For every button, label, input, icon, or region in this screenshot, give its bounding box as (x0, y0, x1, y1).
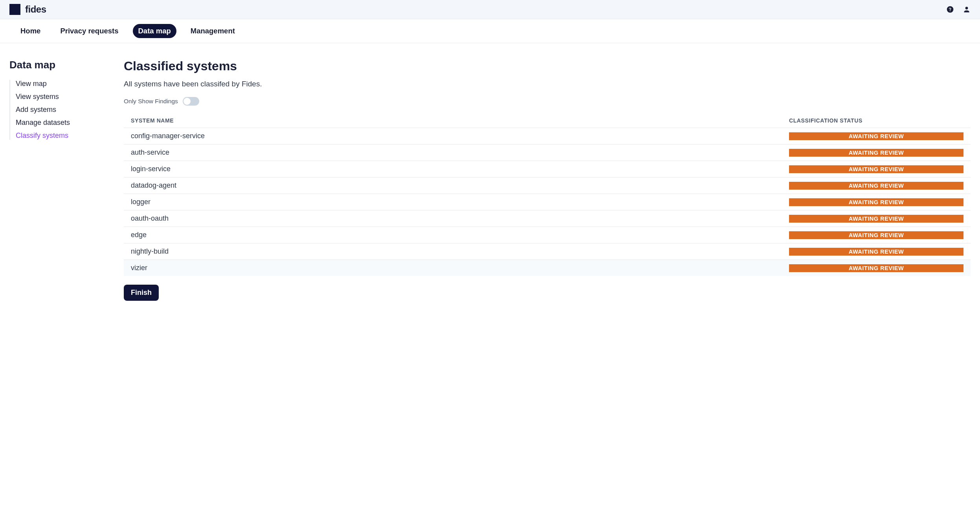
help-icon[interactable] (946, 5, 954, 13)
main: Classified systems All systems have been… (124, 59, 971, 301)
sidebar: Data map View map View systems Add syste… (9, 59, 110, 301)
nav-privacy-requests[interactable]: Privacy requests (55, 24, 124, 38)
only-show-findings-row: Only Show Findings (124, 97, 971, 106)
top-nav: Home Privacy requests Data map Managemen… (0, 19, 980, 43)
sidebar-item-classify-systems[interactable]: Classify systems (16, 132, 110, 140)
topbar-right (946, 5, 971, 13)
sidebar-item-view-map[interactable]: View map (16, 80, 110, 88)
classification-status-cell: AWAITING REVIEW (782, 227, 971, 243)
classification-status-cell: AWAITING REVIEW (782, 210, 971, 227)
nav-management[interactable]: Management (185, 24, 240, 38)
classification-status-cell: AWAITING REVIEW (782, 161, 971, 177)
only-show-findings-label: Only Show Findings (124, 98, 178, 105)
nav-home[interactable]: Home (15, 24, 46, 38)
status-badge: AWAITING REVIEW (789, 149, 963, 157)
system-name-cell: datadog-agent (124, 177, 782, 194)
only-show-findings-toggle[interactable] (183, 97, 199, 106)
page-subtitle: All systems have been classifed by Fides… (124, 80, 971, 88)
brand-name: fides (25, 4, 46, 15)
status-badge: AWAITING REVIEW (789, 165, 963, 173)
system-name-cell: logger (124, 194, 782, 210)
table-row[interactable]: login-serviceAWAITING REVIEW (124, 161, 971, 177)
status-badge: AWAITING REVIEW (789, 264, 963, 272)
sidebar-item-manage-datasets[interactable]: Manage datasets (16, 119, 110, 127)
table-row[interactable]: nightly-buildAWAITING REVIEW (124, 243, 971, 260)
col-header-system-name: SYSTEM NAME (124, 113, 782, 128)
systems-table: SYSTEM NAME CLASSIFICATION STATUS config… (124, 113, 971, 276)
classification-status-cell: AWAITING REVIEW (782, 260, 971, 276)
table-row[interactable]: loggerAWAITING REVIEW (124, 194, 971, 210)
status-badge: AWAITING REVIEW (789, 198, 963, 206)
table-row[interactable]: datadog-agentAWAITING REVIEW (124, 177, 971, 194)
sidebar-item-add-systems[interactable]: Add systems (16, 106, 110, 114)
col-header-classification-status: CLASSIFICATION STATUS (782, 113, 971, 128)
brand-logo (9, 4, 20, 15)
table-row[interactable]: edgeAWAITING REVIEW (124, 227, 971, 243)
layout: Data map View map View systems Add syste… (0, 43, 980, 316)
system-name-cell: oauth-oauth (124, 210, 782, 227)
topbar: fides (0, 0, 980, 19)
classification-status-cell: AWAITING REVIEW (782, 128, 971, 144)
sidebar-item-view-systems[interactable]: View systems (16, 93, 110, 101)
table-row[interactable]: config-manager-serviceAWAITING REVIEW (124, 128, 971, 144)
classification-status-cell: AWAITING REVIEW (782, 243, 971, 260)
nav-data-map[interactable]: Data map (133, 24, 176, 38)
sidebar-list: View map View systems Add systems Manage… (9, 80, 110, 140)
user-icon[interactable] (963, 5, 971, 13)
table-row[interactable]: vizierAWAITING REVIEW (124, 260, 971, 276)
table-row[interactable]: oauth-oauthAWAITING REVIEW (124, 210, 971, 227)
sidebar-title: Data map (9, 59, 110, 71)
system-name-cell: login-service (124, 161, 782, 177)
table-row[interactable]: auth-serviceAWAITING REVIEW (124, 144, 971, 161)
page-title: Classified systems (124, 59, 971, 73)
status-badge: AWAITING REVIEW (789, 231, 963, 239)
brand[interactable]: fides (9, 4, 46, 15)
finish-button[interactable]: Finish (124, 285, 159, 301)
svg-point-1 (965, 7, 968, 9)
system-name-cell: auth-service (124, 144, 782, 161)
status-badge: AWAITING REVIEW (789, 182, 963, 190)
system-name-cell: vizier (124, 260, 782, 276)
status-badge: AWAITING REVIEW (789, 248, 963, 256)
classification-status-cell: AWAITING REVIEW (782, 194, 971, 210)
system-name-cell: nightly-build (124, 243, 782, 260)
system-name-cell: edge (124, 227, 782, 243)
status-badge: AWAITING REVIEW (789, 215, 963, 223)
status-badge: AWAITING REVIEW (789, 132, 963, 140)
classification-status-cell: AWAITING REVIEW (782, 144, 971, 161)
classification-status-cell: AWAITING REVIEW (782, 177, 971, 194)
system-name-cell: config-manager-service (124, 128, 782, 144)
